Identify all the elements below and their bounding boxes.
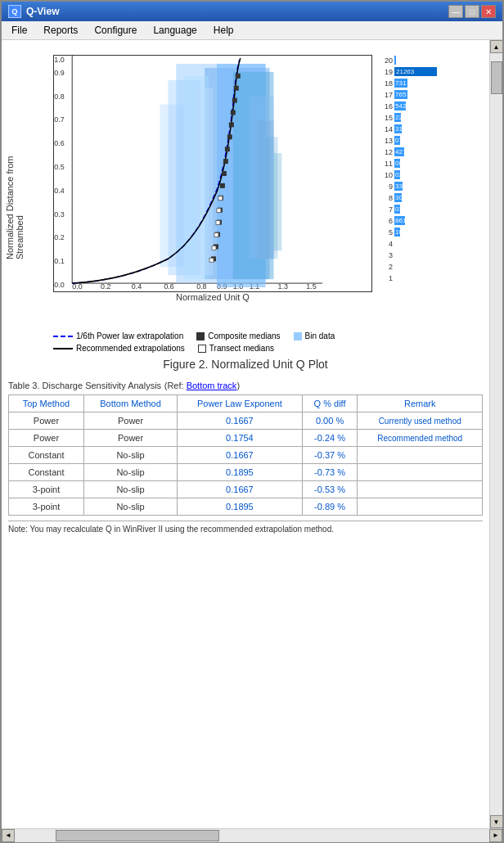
- legend-transect: Transect medians: [198, 344, 274, 353]
- svg-text:0.3: 0.3: [54, 210, 64, 219]
- svg-rect-55: [217, 209, 221, 213]
- scroll-down-button[interactable]: ▼: [490, 815, 503, 828]
- svg-text:0.7: 0.7: [54, 115, 64, 124]
- scrollbar-right: ▲ ▼: [489, 40, 502, 828]
- svg-rect-54: [216, 221, 220, 225]
- legend-bin: Bin data: [294, 331, 335, 340]
- table-row: Power Power 0.1754 -0.24 % Recommended m…: [9, 430, 483, 447]
- cell-qdiff-1: -0.24 %: [302, 430, 358, 447]
- svg-rect-56: [218, 196, 223, 201]
- scroll-right-button[interactable]: ►: [489, 829, 502, 842]
- svg-rect-44: [225, 147, 230, 151]
- cell-remark-3: [358, 464, 483, 481]
- cell-exp-0: 0.1667: [178, 412, 303, 430]
- maximize-button[interactable]: □: [465, 5, 479, 18]
- legend-power-law-label: 1/6th Power law extrapolation: [76, 331, 183, 340]
- legend-transect-label: Transect medians: [209, 344, 274, 353]
- table3-ref-link[interactable]: Bottom track: [187, 381, 237, 390]
- legend-bin-label: Bin data: [305, 331, 335, 340]
- svg-rect-34: [273, 153, 281, 250]
- table3-note: Note: You may recalculate Q in WinRiver …: [8, 521, 483, 534]
- svg-rect-30: [160, 105, 184, 268]
- svg-rect-53: [214, 232, 218, 237]
- main-panel: Normalized Distance from Streambed 0.0 0…: [2, 40, 489, 828]
- legend-area: 1/6th Power law extrapolation Composite …: [53, 331, 483, 340]
- menu-help[interactable]: Help: [207, 23, 241, 38]
- chart-container: Normalized Distance from Streambed 0.0 0…: [8, 47, 483, 325]
- chart-svg: 0.0 0.1 0.2 0.3 0.4 0.5 0.6 0.7 0.8 0.9 …: [54, 56, 371, 291]
- menu-file[interactable]: File: [5, 23, 34, 38]
- cell-exp-5: 0.1895: [178, 498, 303, 516]
- menu-configure[interactable]: Configure: [88, 23, 143, 38]
- close-button[interactable]: ✕: [481, 5, 496, 18]
- cell-qdiff-4: -0.53 %: [302, 481, 358, 498]
- legend-composite: Composite medians: [196, 331, 280, 340]
- scroll-left-button[interactable]: ◄: [2, 829, 15, 842]
- cell-exp-4: 0.1667: [178, 481, 303, 498]
- legend-recommended: Recommended extrapolations: [53, 344, 185, 353]
- scroll-h-thumb[interactable]: [56, 830, 219, 841]
- legend-composite-label: Composite medians: [208, 331, 280, 340]
- svg-rect-48: [232, 98, 237, 103]
- cell-remark-0: Currently used method: [358, 412, 483, 430]
- svg-text:0.4: 0.4: [54, 187, 64, 195]
- svg-rect-50: [236, 74, 241, 79]
- sensitivity-table: Top Method Bottom Method Power Law Expon…: [8, 394, 483, 516]
- minimize-button[interactable]: —: [448, 5, 463, 18]
- table3-title-text: Table 3. Discharge Sensitivity Analysis: [8, 381, 161, 390]
- legend-dash-blue-icon: [53, 336, 73, 337]
- svg-rect-41: [220, 183, 225, 188]
- cell-bottom-0: Power: [83, 412, 177, 430]
- main-window: Q Q-View — □ ✕ File Reports Configure La…: [0, 0, 504, 843]
- svg-rect-46: [229, 122, 234, 127]
- svg-text:1.0: 1.0: [54, 56, 64, 64]
- legend-square-open-icon: [198, 345, 206, 353]
- cell-exp-1: 0.1754: [178, 430, 303, 447]
- table-row: Constant No-slip 0.1667 -0.37 %: [9, 447, 483, 464]
- svg-text:0.8: 0.8: [54, 92, 64, 101]
- table-row: Power Power 0.1667 0.00 % Currently used…: [9, 412, 483, 430]
- y-axis-label: Normalized Distance from Streambed: [8, 112, 21, 259]
- table3-section: Table 3. Discharge Sensitivity Analysis …: [8, 379, 483, 534]
- cell-top-1: Power: [9, 430, 84, 447]
- svg-rect-49: [234, 86, 239, 91]
- cell-top-4: 3-point: [9, 481, 84, 498]
- svg-rect-51: [209, 258, 214, 262]
- svg-rect-29: [196, 88, 213, 275]
- title-bar-controls: — □ ✕: [448, 5, 496, 18]
- figure-title: Figure 2. Normalized Unit Q Plot: [8, 358, 483, 371]
- col-top-method: Top Method: [9, 395, 84, 412]
- table-row: 3-point No-slip 0.1667 -0.53 %: [9, 481, 483, 498]
- menu-language[interactable]: Language: [146, 23, 203, 38]
- svg-text:0.6: 0.6: [54, 139, 64, 147]
- svg-text:0.5: 0.5: [54, 163, 64, 171]
- svg-text:0.1: 0.1: [54, 257, 64, 265]
- cell-qdiff-2: -0.37 %: [302, 447, 358, 464]
- cell-bottom-4: No-slip: [83, 481, 177, 498]
- scroll-up-button[interactable]: ▲: [490, 40, 503, 53]
- chart-plot: 0.0 0.1 0.2 0.3 0.4 0.5 0.6 0.7 0.8 0.9 …: [53, 55, 372, 292]
- scroll-thumb[interactable]: [491, 61, 502, 94]
- cell-exp-3: 0.1895: [178, 464, 303, 481]
- app-icon: Q: [8, 5, 21, 18]
- cell-exp-2: 0.1667: [178, 447, 303, 464]
- cell-top-0: Power: [9, 412, 84, 430]
- cell-top-3: Constant: [9, 464, 84, 481]
- cell-top-2: Constant: [9, 447, 84, 464]
- col-remark: Remark: [358, 395, 483, 412]
- legend-line-black-icon: [53, 348, 73, 349]
- cell-remark-1: Recommended method: [358, 430, 483, 447]
- table3-title: Table 3. Discharge Sensitivity Analysis …: [8, 379, 483, 391]
- cell-qdiff-3: -0.73 %: [302, 464, 358, 481]
- cell-bottom-5: No-slip: [83, 498, 177, 516]
- scroll-h-track[interactable]: [15, 829, 489, 842]
- menu-reports[interactable]: Reports: [37, 23, 84, 38]
- window-title: Q-View: [26, 6, 59, 17]
- menu-bar: File Reports Configure Language Help: [2, 21, 502, 40]
- scroll-track[interactable]: [490, 53, 503, 815]
- scrollbar-bottom: ◄ ►: [2, 828, 502, 841]
- cell-bottom-2: No-slip: [83, 447, 177, 464]
- cell-qdiff-0: 0.00 %: [302, 412, 358, 430]
- x-axis-label: Normalized Unit Q: [53, 292, 372, 302]
- svg-text:0.9: 0.9: [54, 69, 64, 77]
